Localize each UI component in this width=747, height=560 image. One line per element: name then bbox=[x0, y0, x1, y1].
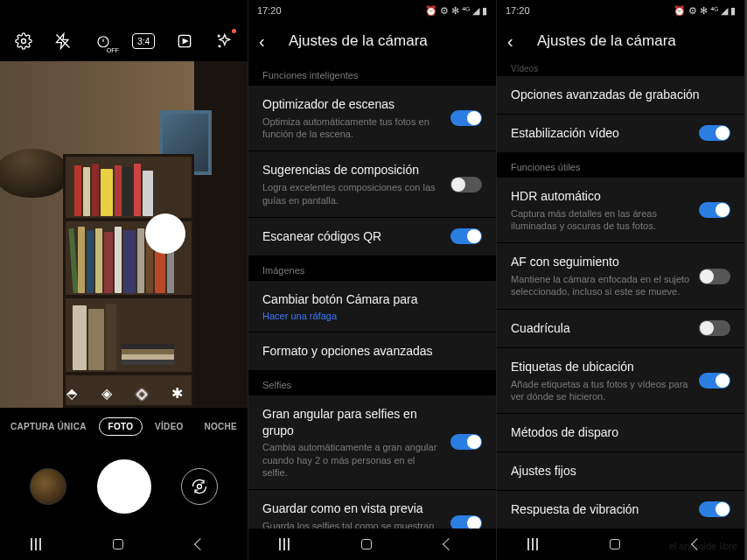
stabil-toggle[interactable] bbox=[699, 125, 730, 141]
row-video-stabilization[interactable]: Estabilización vídeo bbox=[497, 115, 744, 153]
adv-rec-title: Opciones avanzadas de grabación bbox=[511, 87, 730, 103]
status-bar: 17:20 ⏰ ⚙ ✻ ⁴ᴳ ◢ ▮ bbox=[497, 0, 744, 21]
focus-indicator[interactable] bbox=[145, 214, 185, 254]
fixed-title: Ajustes fijos bbox=[511, 463, 730, 480]
grid-toggle[interactable] bbox=[699, 320, 730, 336]
back-arrow-icon[interactable]: ‹ bbox=[259, 32, 276, 52]
row-shooting-methods[interactable]: Métodos de disparo bbox=[497, 414, 744, 452]
section-selfies: Selfies bbox=[248, 371, 496, 396]
filters-icon[interactable] bbox=[213, 31, 234, 52]
wide-selfie-toggle[interactable] bbox=[450, 434, 482, 450]
mode-video[interactable]: VÍDEO bbox=[146, 418, 192, 435]
lens-wide-icon[interactable]: ◈ bbox=[97, 383, 116, 402]
settings-header: ‹ Ajustes de la cámara bbox=[497, 21, 744, 61]
row-location-tags[interactable]: Etiquetas de ubicación Añade etiquetas a… bbox=[497, 348, 744, 414]
status-bar: 17:20 ⏰ ⚙ ✻ ⁴ᴳ ◢ ▮ bbox=[248, 0, 496, 21]
composition-sub: Logra excelentes composiciones con las g… bbox=[262, 181, 442, 206]
nav-home-icon[interactable] bbox=[610, 539, 631, 550]
hdr-sub: Captura más detalles en las áreas ilumin… bbox=[511, 207, 690, 233]
row-change-camera-button[interactable]: Cambiar botón Cámara para Hacer una ráfa… bbox=[248, 281, 496, 332]
change-button-link: Hacer una ráfaga bbox=[262, 311, 482, 321]
qr-title: Escanear códigos QR bbox=[262, 228, 442, 245]
qr-toggle[interactable] bbox=[450, 228, 482, 244]
row-composition-suggestions[interactable]: Sugerencias de composición Logra excelen… bbox=[248, 151, 496, 217]
hdr-toggle[interactable] bbox=[699, 202, 730, 218]
lens-selector: ⬘ ◈ ◇ ✱ bbox=[0, 383, 248, 402]
motion-photo-icon[interactable] bbox=[174, 31, 195, 52]
gallery-thumbnail[interactable] bbox=[30, 468, 66, 505]
change-button-title: Cambiar botón Cámara para bbox=[262, 291, 482, 308]
section-useful: Funciones útiles bbox=[497, 153, 744, 178]
svg-marker-4 bbox=[183, 39, 187, 44]
lens-standard-icon[interactable]: ◇ bbox=[132, 383, 151, 402]
row-wide-selfie[interactable]: Gran angular para selfies en grupo Cambi… bbox=[248, 396, 496, 491]
save-preview-title: Guardar como en vista previa bbox=[262, 500, 442, 517]
back-arrow-icon[interactable]: ‹ bbox=[507, 32, 525, 52]
vibration-toggle[interactable] bbox=[699, 501, 730, 517]
row-scene-optimizer[interactable]: Optimizador de escenas Optimiza automáti… bbox=[248, 86, 496, 151]
phone-camera: OFF 3:4 bbox=[0, 0, 248, 560]
composition-title: Sugerencias de composición bbox=[262, 162, 442, 178]
lens-tele-icon[interactable]: ✱ bbox=[167, 383, 186, 402]
row-hdr-auto[interactable]: HDR automático Captura más detalles en l… bbox=[497, 178, 744, 243]
status-icons: ⏰ ⚙ ✻ ⁴ᴳ ◢ ▮ bbox=[425, 5, 487, 17]
mode-night[interactable]: NOCHE bbox=[195, 418, 246, 435]
phone-settings-2: 17:20 ⏰ ⚙ ✻ ⁴ᴳ ◢ ▮ ‹ Ajustes de la cámar… bbox=[497, 0, 745, 560]
section-videos-cut: Vídeos bbox=[497, 61, 744, 76]
wide-selfie-title: Gran angular para selfies en grupo bbox=[262, 406, 442, 439]
mode-single[interactable]: CAPTURA ÚNICA bbox=[2, 418, 95, 435]
scene-optimizer-toggle[interactable] bbox=[450, 110, 482, 126]
nav-home-icon[interactable] bbox=[361, 539, 382, 550]
lens-ultrawide-icon[interactable]: ⬘ bbox=[62, 383, 81, 402]
row-vibration-feedback[interactable]: Respuesta de vibración bbox=[497, 491, 744, 529]
shutter-button[interactable] bbox=[97, 459, 151, 514]
composition-toggle[interactable] bbox=[450, 177, 482, 192]
nav-back-icon[interactable] bbox=[444, 540, 465, 549]
row-fixed-settings[interactable]: Ajustes fijos bbox=[497, 452, 744, 491]
settings-title: Ajustes de la cámara bbox=[537, 32, 676, 50]
hdr-title: HDR automático bbox=[511, 188, 690, 205]
grid-title: Cuadrícula bbox=[511, 320, 690, 337]
nav-home-icon[interactable] bbox=[113, 539, 134, 550]
section-smart: Funciones inteligentes bbox=[248, 61, 496, 86]
nav-recents-icon[interactable] bbox=[31, 538, 52, 550]
switch-camera-button[interactable] bbox=[181, 468, 218, 505]
af-toggle[interactable] bbox=[699, 269, 730, 284]
row-af-tracking[interactable]: AF con seguimiento Mantiene la cámara en… bbox=[497, 243, 744, 309]
settings-gear-icon[interactable] bbox=[13, 31, 34, 52]
timer-off-icon[interactable]: OFF bbox=[93, 31, 114, 52]
scene-optimizer-title: Optimizador de escenas bbox=[262, 96, 442, 113]
camera-viewfinder[interactable]: ⬘ ◈ ◇ ✱ bbox=[0, 61, 248, 408]
section-images: Imágenes bbox=[248, 256, 496, 281]
aspect-ratio-icon[interactable]: 3:4 bbox=[132, 33, 155, 49]
svg-point-0 bbox=[21, 39, 25, 44]
status-time: 17:20 bbox=[506, 5, 530, 16]
af-title: AF con seguimiento bbox=[511, 254, 690, 270]
camera-mode-selector: CAPTURA ÚNICA FOTO VÍDEO NOCHE bbox=[0, 408, 248, 444]
wide-selfie-sub: Cambia automáticamente a gran angular cu… bbox=[262, 441, 442, 479]
loc-sub: Añade etiquetas a tus fotos y vídeos par… bbox=[511, 378, 690, 403]
af-sub: Mantiene la cámara enfocada en el sujeto… bbox=[511, 273, 690, 298]
row-scan-qr[interactable]: Escanear códigos QR bbox=[248, 218, 496, 256]
vibration-title: Respuesta de vibración bbox=[511, 501, 690, 518]
phone-settings-1: 17:20 ⏰ ⚙ ✻ ⁴ᴳ ◢ ▮ ‹ Ajustes de la cámar… bbox=[248, 0, 497, 560]
flash-off-icon[interactable] bbox=[52, 31, 73, 52]
nav-bar bbox=[0, 528, 248, 560]
row-format-advanced[interactable]: Formato y opciones avanzadas bbox=[248, 332, 496, 371]
status-icons: ⏰ ⚙ ✻ ⁴ᴳ ◢ ▮ bbox=[674, 5, 736, 17]
nav-recents-icon[interactable] bbox=[279, 538, 300, 550]
mode-photo[interactable]: FOTO bbox=[99, 417, 143, 436]
status-time: 17:20 bbox=[257, 5, 282, 16]
nav-recents-icon[interactable] bbox=[527, 538, 548, 550]
watermark-text: el androide libre bbox=[669, 541, 737, 551]
camera-controls bbox=[0, 444, 248, 528]
row-grid[interactable]: Cuadrícula bbox=[497, 310, 744, 348]
loc-toggle[interactable] bbox=[699, 373, 730, 388]
settings-title: Ajustes de la cámara bbox=[289, 32, 428, 50]
stabil-title: Estabilización vídeo bbox=[511, 125, 690, 142]
scene-optimizer-sub: Optimiza automáticamente tus fotos en fu… bbox=[262, 116, 442, 141]
camera-top-toolbar: OFF 3:4 bbox=[0, 21, 248, 61]
row-advanced-recording[interactable]: Opciones avanzadas de grabación bbox=[497, 76, 744, 115]
nav-back-icon[interactable] bbox=[196, 540, 217, 549]
svg-point-5 bbox=[197, 485, 201, 489]
